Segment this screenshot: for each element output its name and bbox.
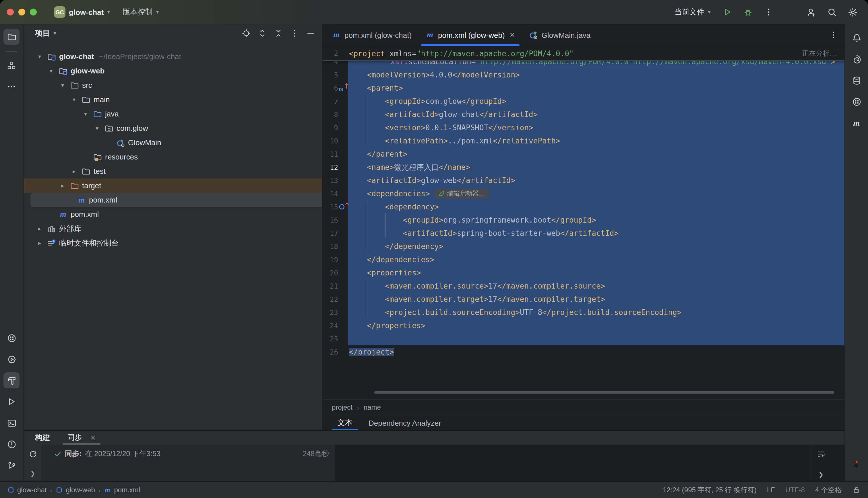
gutter[interactable]: 24 bbox=[323, 319, 348, 332]
terminal-toolwindow-button[interactable] bbox=[3, 415, 20, 431]
code-with-me-button[interactable] bbox=[804, 4, 819, 19]
editor-tab-pom.xmlglow-chat[interactable]: mpom.xml (glow-chat) bbox=[325, 24, 418, 46]
tree-item-[interactable]: ▸外部库 bbox=[24, 221, 322, 236]
editor-tab-pom.xmlglow-web[interactable]: mpom.xml (glow-web)✕ bbox=[418, 24, 522, 46]
breadcrumb-item[interactable]: name bbox=[364, 403, 381, 411]
chevron-down-icon[interactable]: ▾ bbox=[47, 68, 56, 74]
tree-item-[interactable]: ▸临时文件和控制台 bbox=[24, 236, 322, 250]
lock-open-icon[interactable] bbox=[852, 485, 861, 495]
hide-panel-button[interactable] bbox=[304, 26, 318, 40]
gutter[interactable]: 15 bbox=[323, 200, 348, 213]
tree-item-pom.xml[interactable]: mpom.xml bbox=[24, 207, 322, 221]
encoding-widget[interactable]: UTF-8 bbox=[785, 486, 805, 494]
structure-toolwindow-button[interactable] bbox=[3, 57, 20, 74]
chevron-right-icon[interactable]: ▸ bbox=[35, 240, 44, 246]
run-configuration-widget[interactable]: 当前文件 ▾ bbox=[671, 5, 714, 19]
notifications-button[interactable] bbox=[848, 30, 865, 46]
chevron-right-icon[interactable]: ▸ bbox=[69, 168, 79, 174]
gutter[interactable]: 2 bbox=[323, 47, 348, 60]
gutter[interactable]: 21 bbox=[323, 279, 348, 292]
gutter[interactable]: 25 bbox=[323, 332, 348, 345]
maven-up-gutter-icon[interactable]: m bbox=[339, 84, 348, 92]
tree-item-GlowMain[interactable]: GlowMain bbox=[24, 135, 322, 150]
panel-options-button[interactable] bbox=[288, 26, 301, 40]
vcs-widget[interactable]: 版本控制 ▾ bbox=[119, 5, 162, 19]
gutter[interactable]: 22 bbox=[323, 292, 348, 306]
caret-position-widget[interactable]: 12:24 (995 字符, 25 行 换行符) bbox=[663, 485, 756, 495]
expand-all-button[interactable] bbox=[256, 26, 269, 40]
problems-toolwindow-button[interactable] bbox=[3, 436, 20, 452]
circle-up-gutter-icon[interactable] bbox=[339, 203, 348, 211]
gutter[interactable]: 26 bbox=[323, 345, 348, 358]
chevron-down-icon[interactable]: ▾ bbox=[92, 126, 102, 131]
git-toolwindow-button[interactable] bbox=[3, 457, 20, 473]
close-icon[interactable]: ✕ bbox=[509, 31, 515, 39]
status-crumb-pom.xml[interactable]: mpom.xml bbox=[104, 486, 140, 494]
tree-item-resources[interactable]: resources bbox=[24, 150, 322, 164]
reload-project-button[interactable] bbox=[26, 447, 39, 460]
chevron-right-icon[interactable]: ▸ bbox=[58, 183, 67, 188]
settings-button[interactable] bbox=[845, 4, 860, 19]
sync-result-row[interactable]: 同步: 在 2025/12/20 下午3:53 248毫秒 bbox=[42, 447, 335, 460]
more-toolwindows-button[interactable] bbox=[3, 79, 20, 95]
chevron-down-icon[interactable]: ▾ bbox=[58, 82, 67, 88]
project-toolwindow-button[interactable] bbox=[3, 29, 20, 45]
code-editor[interactable]: 2<project xmlns="http://maven.apache.org… bbox=[323, 47, 844, 399]
gutter[interactable]: 12 bbox=[323, 161, 348, 174]
java-mascot-icon[interactable] bbox=[848, 456, 865, 472]
tab-options-button[interactable] bbox=[826, 28, 841, 42]
indent-widget[interactable]: 4 个空格 bbox=[815, 485, 842, 495]
database-button[interactable] bbox=[848, 72, 865, 88]
chevron-right-icon[interactable]: ❯ bbox=[815, 468, 827, 481]
tree-item-java[interactable]: ▾java bbox=[24, 107, 322, 121]
gutter[interactable]: 10 bbox=[323, 134, 348, 147]
build-toolwindow-button[interactable] bbox=[3, 372, 20, 389]
chevron-right-icon[interactable]: ❯ bbox=[26, 467, 39, 480]
status-crumb-glow-chat[interactable]: glow-chat bbox=[7, 486, 47, 494]
build-toolwindow-title[interactable]: 构建 bbox=[35, 431, 50, 445]
chevron-down-icon[interactable]: ▾ bbox=[81, 111, 90, 117]
gutter[interactable]: 5 bbox=[323, 68, 348, 81]
gradle-button[interactable] bbox=[848, 93, 865, 109]
gutter[interactable]: 20 bbox=[323, 266, 348, 279]
gutter[interactable]: 17 bbox=[323, 227, 348, 240]
editor-tab-GlowMain.java[interactable]: GlowMain.java bbox=[522, 24, 598, 46]
run-anything-toolwindow-button[interactable] bbox=[3, 351, 20, 367]
gutter[interactable]: 4 bbox=[323, 61, 348, 68]
horizontal-scrollbar[interactable] bbox=[374, 391, 834, 394]
gutter[interactable]: 16 bbox=[323, 213, 348, 227]
minimize-window-button[interactable] bbox=[18, 9, 25, 15]
breadcrumb-item[interactable]: project bbox=[332, 403, 352, 411]
tree-item-test[interactable]: ▸test bbox=[24, 164, 322, 179]
line-separator-widget[interactable]: LF bbox=[767, 486, 775, 494]
tab-sync[interactable]: 同步 ✕ bbox=[63, 431, 101, 445]
run-toolwindow-button[interactable] bbox=[3, 394, 20, 410]
project-widget[interactable]: GC glow-chat ▾ bbox=[51, 4, 113, 19]
tree-item-glow-web[interactable]: ▾glow-web bbox=[24, 64, 322, 78]
run-button[interactable] bbox=[720, 4, 735, 19]
gutter[interactable]: 13 bbox=[323, 174, 348, 187]
editor-view-tab-DependencyAnalyzer[interactable]: Dependency Analyzer bbox=[362, 415, 448, 430]
gutter[interactable]: 14 bbox=[323, 187, 348, 200]
status-crumb-glow-web[interactable]: glow-web bbox=[55, 486, 95, 494]
close-icon[interactable]: ✕ bbox=[90, 434, 96, 442]
edit-starters-hint-chip[interactable]: 编辑启动器… bbox=[435, 189, 489, 198]
gutter[interactable]: 8 bbox=[323, 108, 348, 121]
tree-item-pom.xml[interactable]: mpom.xml bbox=[30, 193, 322, 207]
locate-file-button[interactable] bbox=[239, 26, 253, 40]
gutter[interactable]: 9 bbox=[323, 121, 348, 134]
gutter[interactable]: 19 bbox=[323, 253, 348, 266]
close-window-button[interactable] bbox=[7, 9, 14, 15]
chevron-down-icon[interactable]: ▾ bbox=[35, 54, 44, 60]
collapse-all-button[interactable] bbox=[272, 26, 285, 40]
zoom-window-button[interactable] bbox=[30, 9, 37, 15]
ai-assistant-button[interactable] bbox=[848, 51, 865, 67]
tree-item-target[interactable]: ▸target bbox=[24, 179, 322, 193]
search-everywhere-button[interactable] bbox=[824, 4, 839, 19]
gutter[interactable]: 7 bbox=[323, 95, 348, 108]
project-panel-title[interactable]: 项目 bbox=[35, 28, 50, 38]
tree-item-main[interactable]: ▾main bbox=[24, 92, 322, 107]
gutter[interactable]: 11 bbox=[323, 147, 348, 161]
chevron-right-icon[interactable]: ▸ bbox=[35, 226, 44, 232]
editor-view-tab-[interactable]: 文本 bbox=[331, 415, 359, 430]
